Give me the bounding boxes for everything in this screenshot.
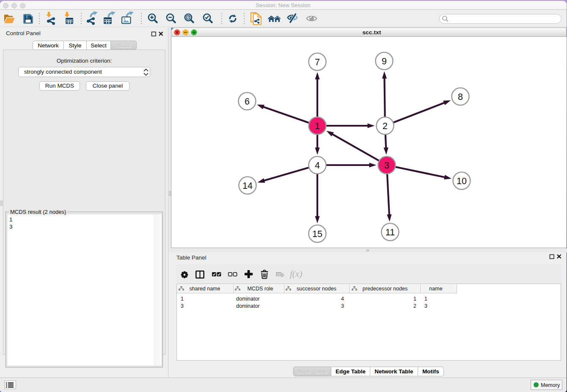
svg-text:4: 4 [315,160,320,171]
svg-text:8: 8 [458,92,463,102]
svg-text:3: 3 [384,160,389,171]
svg-text:10: 10 [457,176,467,186]
svg-text:9: 9 [382,56,387,66]
svg-text:1: 1 [315,121,320,131]
svg-text:f(x): f(x) [290,269,302,279]
svg-text:6: 6 [245,97,250,107]
svg-text:11: 11 [385,227,395,237]
svg-text:7: 7 [315,57,320,67]
svg-text:2: 2 [383,121,388,131]
svg-text:15: 15 [312,229,322,239]
svg-text:14: 14 [242,181,253,191]
